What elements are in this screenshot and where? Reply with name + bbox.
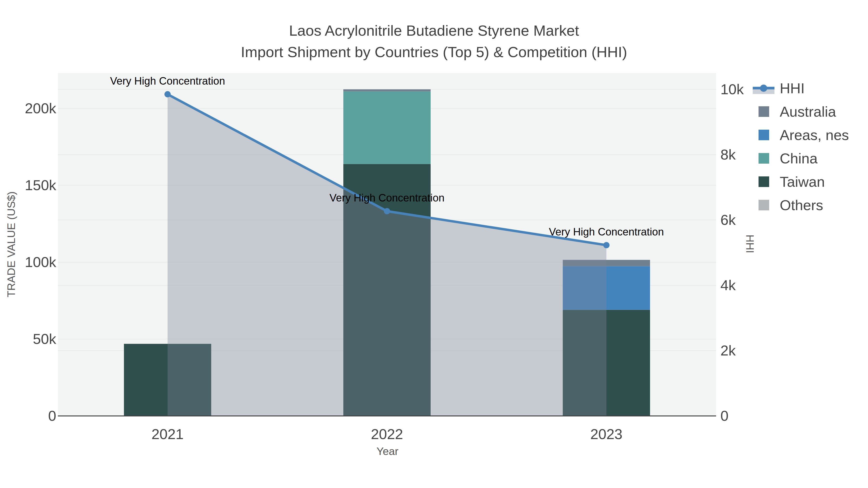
legend-item-areas-nes[interactable]: Areas, nes bbox=[758, 127, 849, 143]
taiwan-swatch-icon bbox=[758, 176, 769, 187]
x-tick-2023: 2023 bbox=[590, 426, 622, 442]
legend-label-australia: Australia bbox=[780, 104, 836, 120]
x-axis-line bbox=[58, 416, 716, 416]
y-left-tick-150k: 150k bbox=[25, 177, 56, 193]
legend-label-areas-nes: Areas, nes bbox=[780, 127, 849, 143]
chart-title-line1: Laos Acrylonitrile Butadiene Styrene Mar… bbox=[289, 22, 579, 39]
bar-segment-china-2022[interactable] bbox=[343, 92, 431, 164]
y-right-tick-2k: 2k bbox=[720, 343, 736, 359]
bar-segment-australia-2022[interactable] bbox=[343, 89, 431, 92]
x-axis-title: Year bbox=[377, 445, 399, 457]
y-right-tick-8k: 8k bbox=[720, 147, 736, 163]
china-swatch-icon bbox=[758, 153, 769, 164]
y-left-tick-200k: 200k bbox=[25, 100, 56, 117]
legend-item-australia[interactable]: Australia bbox=[758, 104, 836, 120]
x-tick-2021: 2021 bbox=[151, 426, 184, 442]
annotation-2022: Very High Concentration bbox=[330, 192, 444, 204]
others-swatch-icon bbox=[758, 200, 769, 210]
y-right-tick-10k: 10k bbox=[720, 81, 744, 97]
annotation-2021: Very High Concentration bbox=[110, 75, 225, 87]
hhi-marker-2023[interactable] bbox=[603, 242, 610, 248]
y-left-tick-50k: 50k bbox=[33, 331, 56, 347]
y-right-tick-0: 0 bbox=[720, 408, 728, 424]
y-right-axis-title: HHI bbox=[744, 234, 756, 253]
legend-label-others: Others bbox=[780, 197, 823, 213]
hhi-marker-2021[interactable] bbox=[164, 91, 171, 97]
chart-figure: Very High ConcentrationVery High Concent… bbox=[0, 0, 868, 488]
y-right-tick-6k: 6k bbox=[720, 212, 736, 228]
combo-chart: Very High ConcentrationVery High Concent… bbox=[0, 0, 868, 488]
annotation-2023: Very High Concentration bbox=[549, 226, 664, 238]
y-left-tick-0: 0 bbox=[48, 408, 56, 424]
chart-title-line2: Import Shipment by Countries (Top 5) & C… bbox=[241, 44, 627, 60]
australia-swatch-icon bbox=[758, 106, 769, 117]
areas-nes-swatch-icon bbox=[758, 130, 769, 140]
legend-label-china: China bbox=[780, 151, 817, 166]
y-right-tick-4k: 4k bbox=[720, 277, 736, 293]
legend: HHIAustraliaAreas, nesChinaTaiwanOthers bbox=[753, 80, 849, 213]
y-left-tick-100k: 100k bbox=[25, 254, 56, 270]
x-tick-2022: 2022 bbox=[371, 426, 403, 442]
legend-label-hhi: HHI bbox=[780, 80, 805, 96]
legend-item-taiwan[interactable]: Taiwan bbox=[758, 174, 825, 190]
y-left-axis-title: TRADE VALUE (US$) bbox=[5, 191, 18, 297]
legend-item-china[interactable]: China bbox=[758, 151, 817, 166]
legend-item-hhi[interactable]: HHI bbox=[753, 80, 805, 96]
hhi-legend-marker-icon bbox=[760, 85, 767, 92]
legend-label-taiwan: Taiwan bbox=[780, 174, 825, 190]
legend-item-others[interactable]: Others bbox=[758, 197, 823, 213]
hhi-marker-2022[interactable] bbox=[384, 208, 390, 214]
